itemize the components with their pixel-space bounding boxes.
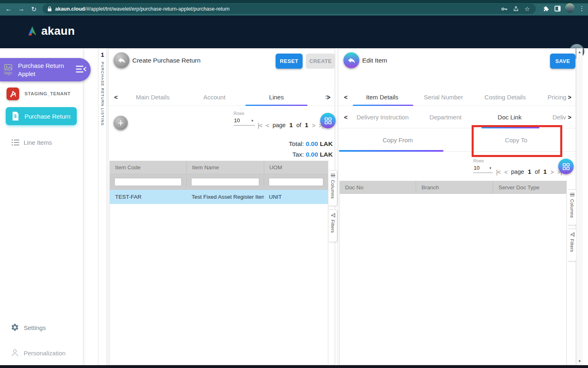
list-icon xyxy=(11,139,20,148)
tabs-scroll-right-icon[interactable]: > xyxy=(324,88,334,105)
share-icon[interactable] xyxy=(511,4,520,13)
col-branch[interactable]: Branch xyxy=(416,181,492,193)
scroll-down-icon[interactable]: ▼ xyxy=(577,359,583,363)
menu-dots-icon[interactable]: ⋮ xyxy=(577,3,587,14)
line-items-label: Line Items xyxy=(24,139,52,146)
tenant-icon xyxy=(7,88,19,100)
create-button[interactable]: CREATE xyxy=(306,54,335,69)
total-line: Total: 0.00 LAK xyxy=(289,139,333,149)
col-uom[interactable]: UOM xyxy=(264,161,328,174)
brand-name: akaun xyxy=(41,25,75,38)
personalization-label: Personalization xyxy=(24,350,66,357)
subtabs-scroll-right-icon[interactable]: > xyxy=(565,106,575,128)
uom-filter-input[interactable] xyxy=(269,178,323,186)
panel-title: Create Purchase Return xyxy=(132,57,200,64)
funnel-icon xyxy=(331,213,335,218)
forward-icon[interactable]: → xyxy=(16,4,27,14)
add-line-button[interactable]: + xyxy=(114,116,128,130)
settings-label: Settings xyxy=(24,324,46,331)
tabs-scroll-right-icon[interactable]: > xyxy=(565,88,575,105)
columns-tab[interactable]: Columns xyxy=(568,189,577,225)
next-page-icon[interactable]: > xyxy=(550,168,554,175)
tax-currency: LAK xyxy=(320,151,333,158)
scroll-up-icon[interactable]: ▲ xyxy=(577,50,583,54)
item-code-filter-input[interactable] xyxy=(114,178,182,186)
svg-text:$: $ xyxy=(14,114,17,119)
back-button[interactable] xyxy=(114,52,129,68)
columns-tab[interactable]: Columns xyxy=(329,170,337,206)
sidebar-item-purchase-return[interactable]: $ Purchase Return xyxy=(6,107,77,125)
tab-main-details[interactable]: Main Details xyxy=(128,88,177,105)
back-icon[interactable]: ← xyxy=(3,4,14,14)
padlock-icon[interactable] xyxy=(47,6,52,11)
tab-costing-details[interactable]: Costing Details xyxy=(477,88,534,105)
columns-tab-label: Columns xyxy=(330,180,335,199)
applet-banner[interactable]: logo Purchase Return Applet xyxy=(0,58,91,81)
grid-icon xyxy=(563,163,570,170)
tab-department[interactable]: Department xyxy=(417,106,474,128)
prev-page-icon[interactable]: < xyxy=(266,122,269,129)
copy-to-annotation-box xyxy=(472,125,562,157)
item-name-filter-input[interactable] xyxy=(191,178,259,186)
tenant-label: STAGING_TENANT xyxy=(24,91,71,96)
tab-serial-number[interactable]: Serial Number xyxy=(415,88,472,105)
save-button[interactable]: SAVE xyxy=(550,54,575,69)
next-page-icon[interactable]: > xyxy=(312,122,315,129)
back-button-edit-item[interactable] xyxy=(343,52,359,68)
cell-item-code: TEST-FAR xyxy=(110,194,186,200)
tab-copy-from[interactable]: Copy From xyxy=(339,128,457,151)
split-screen-icon[interactable] xyxy=(552,3,563,14)
first-page-icon[interactable]: |< xyxy=(496,168,501,175)
filters-tab[interactable]: Filters xyxy=(329,209,337,242)
total-pages: 1 xyxy=(305,122,308,128)
sidebar-item-settings[interactable]: Settings xyxy=(0,323,83,333)
col-item-code[interactable]: Item Code xyxy=(110,161,186,174)
reset-button[interactable]: RESET xyxy=(276,54,303,69)
tax-line: Tax: 0.00 LAK xyxy=(289,149,333,160)
lines-table: Item Code Item Name UOM TEST-FAR Test Fi… xyxy=(109,161,328,364)
grid-view-button[interactable] xyxy=(320,113,336,128)
col-server-doc-type[interactable]: Server Doc Type xyxy=(493,181,566,193)
grid-view-button[interactable] xyxy=(558,159,574,174)
url-bar[interactable]: akaun.cloud/#/applet/tnt/wavelet/erp/pur… xyxy=(42,4,536,14)
url-path: /#/applet/tnt/wavelet/erp/purchase-retur… xyxy=(85,6,229,12)
key-icon[interactable] xyxy=(500,4,509,13)
sidebar-item-line-items[interactable]: Line Items xyxy=(0,138,83,148)
url-text[interactable]: akaun.cloud/#/applet/tnt/wavelet/erp/pur… xyxy=(55,6,229,12)
first-page-icon[interactable]: |< xyxy=(258,122,262,129)
bottom-edge-strip xyxy=(0,365,588,368)
reload-icon[interactable]: ↻ xyxy=(29,4,39,14)
col-item-name[interactable]: Item Name xyxy=(186,161,263,174)
collapse-menu-icon[interactable] xyxy=(76,64,87,75)
page-word: page xyxy=(511,168,524,175)
col-doc-no[interactable]: Doc No xyxy=(340,181,416,193)
page-scrollbar[interactable]: ▲ ▼ xyxy=(576,48,583,365)
sidebar-item-tenant[interactable]: STAGING_TENANT xyxy=(0,88,83,101)
browser-profile-avatar[interactable] xyxy=(565,3,575,13)
tab-lines[interactable]: Lines xyxy=(252,88,301,105)
tab-doc-link[interactable]: Doc Link xyxy=(481,106,538,128)
rows-per-page-select[interactable]: 10 ▼ xyxy=(473,164,493,173)
grip-icon xyxy=(331,174,335,178)
prev-page-icon[interactable]: < xyxy=(504,168,508,175)
page-word: page xyxy=(272,122,285,128)
sidebar-item-personalization[interactable]: Personalization xyxy=(0,348,83,358)
url-domain: akaun.cloud xyxy=(55,6,85,12)
tab-account[interactable]: Account xyxy=(190,88,239,105)
tabs-scroll-left-icon[interactable]: < xyxy=(341,88,351,105)
tab-item-details[interactable]: Item Details xyxy=(354,88,411,105)
tab-delivery-instruction[interactable]: Delivery Instruction xyxy=(346,106,419,128)
rows-value: 10 xyxy=(474,165,479,171)
tax-label: Tax: xyxy=(292,151,304,158)
left-tab-bar: < Main Details Account Lines S > xyxy=(109,88,334,106)
rows-per-page-select[interactable]: 10 ▼ xyxy=(234,117,255,126)
item-tab-bar: < Item Details Serial Number Costing Det… xyxy=(339,88,575,106)
extension-icon[interactable] xyxy=(541,3,551,14)
filters-tab[interactable]: Filters xyxy=(568,229,577,261)
cell-uom: UNIT xyxy=(264,194,328,200)
star-icon[interactable]: ☆ xyxy=(523,4,532,13)
plus-icon: + xyxy=(118,117,124,129)
table-row-selected[interactable]: TEST-FAR Test Fixed Asset Register Item … xyxy=(110,190,328,204)
listing-tab-strip[interactable]: 1 PURCHASE RETURN LISTING xyxy=(98,48,107,365)
tabs-scroll-left-icon[interactable]: < xyxy=(111,88,121,105)
